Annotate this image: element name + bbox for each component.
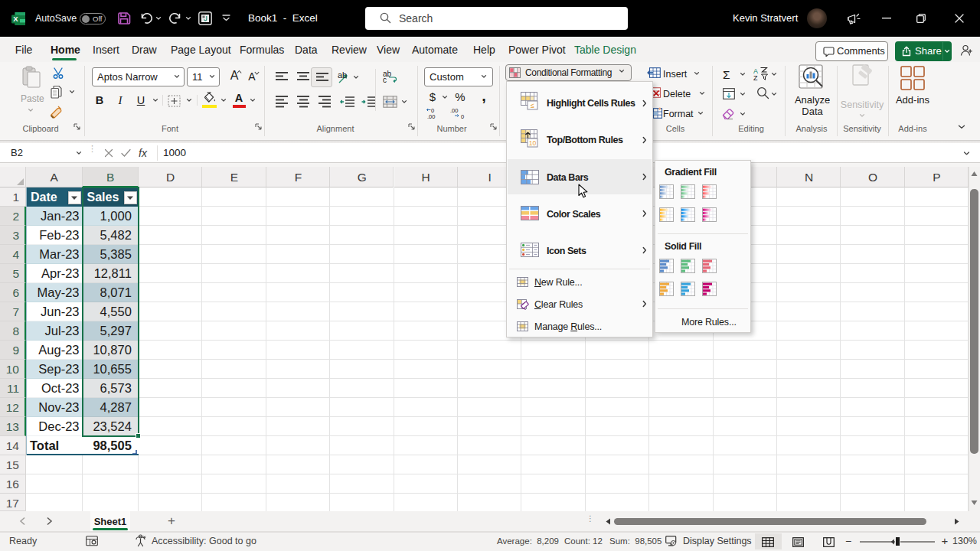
svg-text:10: 10 <box>529 139 537 147</box>
svg-text:fx: fx <box>139 147 148 158</box>
svg-text:X: X <box>13 15 18 23</box>
svg-text:0: 0 <box>461 113 464 119</box>
svg-text:Σ: Σ <box>723 68 730 80</box>
svg-text:≤: ≤ <box>531 102 534 109</box>
svg-text:.00: .00 <box>450 107 458 114</box>
svg-text:ab: ab <box>338 70 347 80</box>
svg-text:Z: Z <box>753 74 758 81</box>
svg-text:c: c <box>383 76 387 83</box>
svg-text:.00: .00 <box>427 113 435 119</box>
